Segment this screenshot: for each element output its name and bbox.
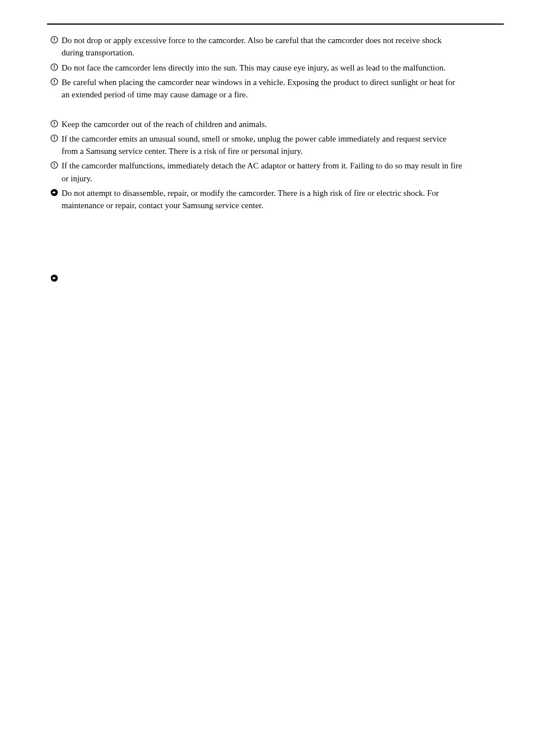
- text-line: [62, 229, 504, 241]
- text-line: or injury.: [62, 173, 504, 184]
- list-item: Keep the camcorder out of the reach of c…: [47, 119, 504, 131]
- item-text: Keep the camcorder out of the reach of c…: [62, 119, 504, 131]
- item-icon-slot: [47, 244, 62, 245]
- text-line: [62, 273, 504, 284]
- text-line: Be careful when placing the camcorder ne…: [62, 77, 504, 88]
- warning-icon: [50, 63, 58, 71]
- svg-rect-2: [54, 41, 54, 41]
- warning-icon: [50, 36, 58, 44]
- svg-rect-10: [54, 121, 54, 124]
- list-item: [47, 259, 504, 271]
- list-item: Be careful when placing the camcorder ne…: [47, 77, 504, 102]
- arrow-right-circle-icon: [50, 274, 58, 282]
- item-icon-slot: [47, 214, 62, 215]
- item-text: [62, 229, 504, 242]
- text-line: [62, 259, 504, 270]
- item-icon-slot: [47, 160, 62, 169]
- text-line: from a Samsung service center. There is …: [62, 145, 504, 157]
- item-text: [62, 259, 504, 271]
- header-rule: [47, 24, 504, 25]
- warning-icon: [50, 78, 58, 86]
- item-icon-slot: [47, 133, 62, 142]
- item-text: Be careful when placing the camcorder ne…: [62, 77, 504, 102]
- text-line: [62, 214, 504, 226]
- svg-rect-14: [54, 139, 54, 140]
- item-text: If the camcorder malfunctions, immediate…: [62, 160, 504, 185]
- svg-rect-5: [54, 68, 54, 69]
- item-icon-slot: [47, 77, 62, 86]
- list-item: [47, 214, 504, 227]
- item-text: Do not attempt to disassemble, repair, o…: [62, 187, 504, 213]
- warning-icon: [50, 134, 58, 142]
- item-icon-slot: [47, 229, 62, 231]
- svg-rect-17: [54, 166, 54, 167]
- svg-rect-21: [53, 278, 55, 279]
- item-icon-slot: [47, 104, 62, 105]
- list-item: If the camcorder emits an unusual sound,…: [47, 133, 504, 158]
- text-line: Do not face the camcorder lens directly …: [62, 62, 504, 73]
- item-icon-slot: [47, 119, 62, 128]
- list-item: Do not attempt to disassemble, repair, o…: [47, 187, 504, 213]
- item-text: [62, 244, 504, 256]
- text-line: If the camcorder emits an unusual sound,…: [62, 133, 504, 144]
- item-icon-slot: [47, 35, 62, 44]
- text-line: Do not attempt to disassemble, repair, o…: [62, 187, 504, 199]
- safety-items: Do not drop or apply excessive force to …: [47, 35, 504, 286]
- text-line: Do not drop or apply excessive force to …: [62, 35, 504, 46]
- svg-rect-4: [54, 65, 54, 68]
- item-icon-slot: [47, 273, 62, 282]
- item-text: Do not drop or apply excessive force to …: [62, 35, 504, 60]
- svg-rect-19: [53, 192, 55, 193]
- svg-rect-16: [54, 163, 54, 166]
- item-text: [62, 214, 504, 227]
- list-item: [47, 273, 504, 285]
- svg-rect-13: [54, 136, 54, 139]
- list-item: Do not face the camcorder lens directly …: [47, 62, 504, 74]
- item-icon-slot: [47, 62, 62, 71]
- warning-icon: [50, 161, 58, 169]
- list-item: Do not drop or apply excessive force to …: [47, 35, 504, 60]
- arrow-right-circle-icon: [50, 189, 58, 196]
- item-text: Do not face the camcorder lens directly …: [62, 62, 504, 74]
- text-line: [62, 244, 504, 255]
- item-icon-slot: [47, 259, 62, 260]
- list-item: [47, 229, 504, 242]
- text-line: If the camcorder malfunctions, immediate…: [62, 160, 504, 171]
- item-icon-slot: [47, 187, 62, 196]
- text-line: Keep the camcorder out of the reach of c…: [62, 119, 504, 130]
- text-line: maintenance or repair, contact your Sams…: [62, 200, 504, 211]
- text-line: [62, 104, 504, 115]
- list-item: If the camcorder malfunctions, immediate…: [47, 160, 504, 185]
- warning-icon: [50, 120, 58, 128]
- item-text: [62, 104, 504, 116]
- svg-rect-8: [54, 83, 54, 83]
- text-line: during transportation.: [62, 47, 504, 58]
- item-text: [62, 273, 504, 285]
- list-item: [47, 244, 504, 256]
- text-line: an extended period of time may cause dam…: [62, 89, 504, 100]
- svg-rect-11: [54, 125, 54, 125]
- svg-rect-7: [54, 79, 54, 82]
- item-text: If the camcorder emits an unusual sound,…: [62, 133, 504, 158]
- list-item: [47, 104, 504, 116]
- svg-rect-1: [54, 37, 54, 40]
